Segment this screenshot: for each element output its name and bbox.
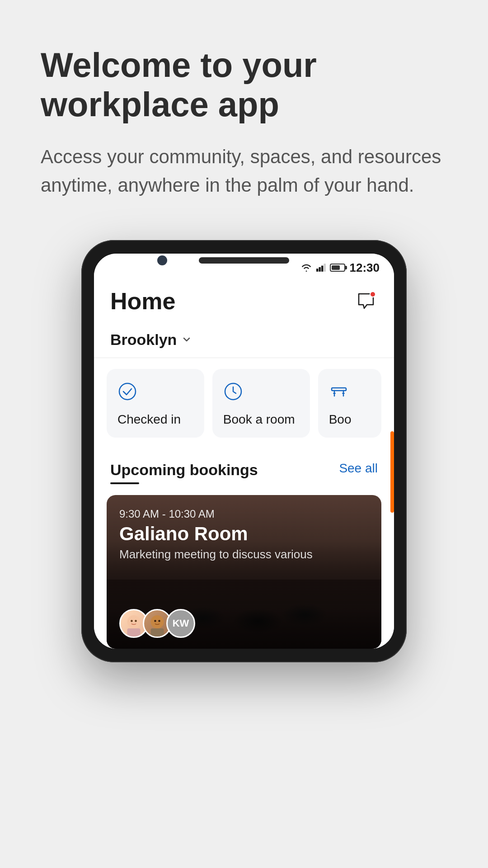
hero-subtitle: Access your community, spaces, and resou… [41,142,447,199]
battery-icon [330,264,345,272]
svg-point-7 [127,615,141,628]
booking-info: 9:30 AM - 10:30 AM Galiano Room Marketin… [119,508,369,561]
wifi-icon [300,263,313,272]
booking-attendees: KW [119,609,369,638]
notification-dot [370,291,376,297]
action-label-book-room: Book a room [223,412,299,427]
booking-room-name: Galiano Room [119,523,369,545]
svg-point-9 [135,620,137,622]
page-container: Welcome to your workplace app Access you… [0,0,488,868]
battery-fill [332,265,340,270]
status-bar: 12:30 [94,254,394,278]
svg-point-12 [154,620,156,622]
booking-time: 9:30 AM - 10:30 AM [119,508,369,520]
bookings-section: Upcoming bookings See all 9:30 AM - 10:3… [94,448,394,649]
svg-point-4 [119,383,136,400]
action-label-checked-in: Checked in [117,412,193,427]
bookings-header: Upcoming bookings See all [94,461,394,488]
signal-icon [316,263,326,272]
scroll-indicator [390,431,394,513]
location-name: Brooklyn [110,331,177,349]
svg-rect-14 [151,628,164,637]
clock-icon [223,382,243,401]
svg-rect-3 [324,264,325,272]
phone-screen: 12:30 Home Brooklyn [94,254,394,649]
svg-rect-2 [321,266,323,272]
app-header: Home [94,278,394,324]
check-circle-icon [117,382,137,401]
status-time: 12:30 [350,261,380,275]
notification-button[interactable] [354,289,378,313]
booking-card[interactable]: 9:30 AM - 10:30 AM Galiano Room Marketin… [107,495,381,649]
location-selector[interactable]: Brooklyn [110,331,378,349]
see-all-button[interactable]: See all [339,461,378,476]
attendee-avatar-kw: KW [166,609,195,638]
svg-rect-1 [319,267,320,272]
chevron-down-icon [181,334,192,345]
booking-overlay: 9:30 AM - 10:30 AM Galiano Room Marketin… [107,495,381,649]
action-card-book-desk[interactable]: Boo [318,369,381,438]
hero-section: Welcome to your workplace app Access you… [0,45,488,199]
action-card-book-room[interactable]: Book a room [212,369,310,438]
bookings-underline [110,482,139,484]
phone-camera [157,255,167,265]
bookings-title: Upcoming bookings [110,461,258,479]
action-label-book-desk: Boo [329,412,371,427]
phone-mockup: 12:30 Home Brooklyn [81,240,407,662]
action-card-checked-in[interactable]: Checked in [107,369,204,438]
booking-description: Marketing meeting to discuss various [119,547,369,561]
hero-title: Welcome to your workplace app [41,45,447,124]
bookings-title-group: Upcoming bookings [110,461,258,484]
status-icons [300,263,345,272]
svg-point-8 [131,620,133,622]
svg-point-11 [151,615,164,628]
svg-rect-6 [332,388,346,391]
phone-outer: 12:30 Home Brooklyn [81,240,407,662]
desk-icon [329,382,349,401]
location-bar: Brooklyn [94,324,394,358]
svg-rect-10 [127,628,141,637]
svg-point-13 [158,620,160,622]
quick-actions: Checked in Book a room [94,358,394,448]
app-title: Home [110,288,175,315]
svg-rect-0 [316,269,318,272]
